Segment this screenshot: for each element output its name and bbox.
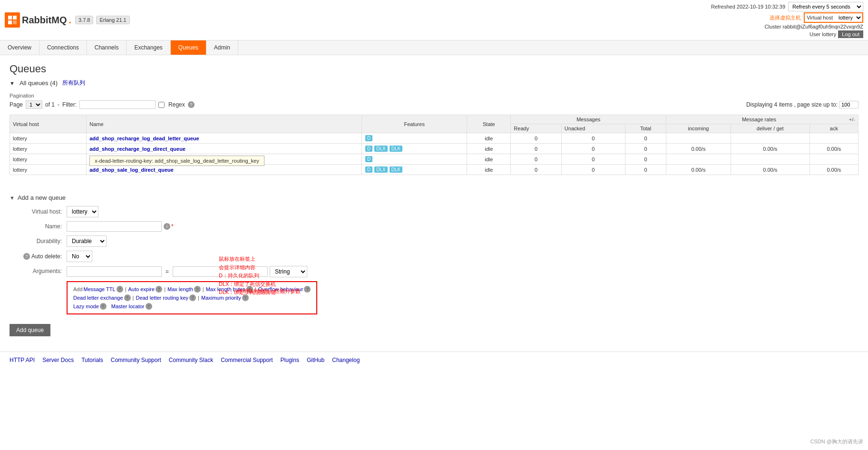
auto-expire-link[interactable]: Auto expire <box>128 286 155 292</box>
footer-changelog[interactable]: Changelog <box>332 357 360 363</box>
page-size-input[interactable] <box>839 101 858 108</box>
dlk-help[interactable]: ? <box>189 294 196 301</box>
message-ttl-link[interactable]: Message TTL <box>84 286 116 292</box>
footer-github[interactable]: GitHub <box>307 357 324 363</box>
add-queue-label: Add a new queue <box>18 194 66 201</box>
args-links-row3: Lazy mode ? Master locator ? <box>73 303 311 310</box>
queue-link[interactable]: add_shop_recharge_log_direct_queue <box>89 146 185 152</box>
logo: RabbitMQ . <box>5 12 71 28</box>
refresh-select[interactable]: Refresh every 5 seconds Refresh every 10… <box>788 2 863 11</box>
lazy-mode-link[interactable]: Lazy mode <box>73 303 99 309</box>
footer-tutorials[interactable]: Tutorials <box>81 357 103 363</box>
add-queue-button[interactable]: Add queue <box>10 324 50 336</box>
cell-unacked: 0 <box>561 133 625 144</box>
pagination-section: Pagination Page 1 of 1 - Filter: Regex ?… <box>10 93 858 109</box>
plus-minus-btn[interactable]: +/- <box>849 117 855 122</box>
dle-help[interactable]: ? <box>124 294 131 301</box>
cell-state: idle <box>467 165 511 175</box>
th-features: Features <box>362 115 467 133</box>
toggle-arrow[interactable]: ▼ <box>10 80 15 86</box>
cell-ready: 0 <box>511 154 561 165</box>
page-title: Queues <box>10 63 858 75</box>
dead-letter-routing-key-link[interactable]: Dead letter routing key <box>136 295 188 301</box>
table-row: lottery add_shop_recharge_log_dead_lette… <box>10 133 858 144</box>
footer-server-docs[interactable]: Server Docs <box>42 357 74 363</box>
page-select[interactable]: 1 <box>26 100 42 109</box>
annotation-line4: DLX：绑定了死信交换机 <box>219 280 276 289</box>
cell-ack <box>809 154 858 165</box>
cell-features: D <box>362 133 467 144</box>
overflow-help[interactable]: ? <box>304 286 311 293</box>
cell-state: idle <box>467 154 511 165</box>
args-name-input[interactable] <box>67 266 162 277</box>
badge-d: D <box>365 166 372 173</box>
of-label: of 1 <box>45 101 55 108</box>
cell-deliver: 0.00/s <box>731 144 809 154</box>
nav-admin[interactable]: Admin <box>206 40 238 55</box>
auto-delete-label-wrapper: ? Auto delete: <box>10 253 67 260</box>
filter-input[interactable] <box>79 100 156 109</box>
max-length-link[interactable]: Max length <box>167 286 193 292</box>
name-help[interactable]: i <box>164 223 170 230</box>
cell-name: add_shop_recharge_log_dead_letter_queue <box>87 133 362 144</box>
name-form-row: Name: i * <box>10 221 858 232</box>
add-queue-header[interactable]: ▼ Add a new queue <box>10 194 858 201</box>
logout-button[interactable]: Log out <box>838 30 863 38</box>
max-length-help[interactable]: ? <box>194 286 201 293</box>
nav-exchanges[interactable]: Exchanges <box>127 40 170 55</box>
nav-connections[interactable]: Connections <box>39 40 87 55</box>
cell-features: D DLX DLK <box>362 144 467 154</box>
footer-plugins[interactable]: Plugins <box>281 357 299 363</box>
nav-overview[interactable]: Overview <box>0 40 39 55</box>
name-input[interactable] <box>67 221 162 232</box>
vhost-select[interactable]: lottery / <box>835 13 862 22</box>
cell-name: add_shop_recharge_log_direct_queue <box>87 144 362 154</box>
cell-name: add_shop_sale_log_direct_queue x-dead-le… <box>87 165 362 175</box>
badge-d: D <box>365 156 372 162</box>
cell-vhost: lottery <box>10 154 87 165</box>
version-badges: 3.7.8 Erlang 21.1 <box>75 16 130 24</box>
args-input-row: = String Number Boolean <box>67 266 317 277</box>
lm-help[interactable]: ? <box>100 303 107 310</box>
footer-commercial-support[interactable]: Commercial Support <box>221 357 273 363</box>
cell-incoming: 0.00/s <box>666 165 731 175</box>
footer-http-api[interactable]: HTTP API <box>10 357 35 363</box>
queue-link[interactable]: add_shop_sale_log_direct_queue <box>89 167 174 173</box>
dash: - <box>58 101 59 108</box>
footer-community-slack[interactable]: Community Slack <box>169 357 213 363</box>
cell-features: D <box>362 154 467 165</box>
cell-ready: 0 <box>511 144 561 154</box>
annotation-line2: 会提示详细内容 <box>219 264 276 272</box>
cell-vhost: lottery <box>10 144 87 154</box>
auto-delete-form-row: ? Auto delete: No Yes <box>10 251 858 262</box>
footer-community-support[interactable]: Community Support <box>111 357 161 363</box>
th-state: State <box>467 115 511 133</box>
nav-queues[interactable]: Queues <box>171 40 206 55</box>
auto-expire-help[interactable]: ? <box>156 286 162 293</box>
regex-checkbox[interactable] <box>158 102 165 108</box>
args-equals: = <box>164 268 171 275</box>
dead-letter-exchange-link[interactable]: Dead letter exchange <box>73 295 123 301</box>
vhost-form-select[interactable]: lottery / <box>67 206 98 217</box>
svg-rect-2 <box>8 20 12 24</box>
durability-select[interactable]: Durable Transient <box>67 235 107 247</box>
auto-delete-q[interactable]: ? <box>23 253 30 260</box>
th-incoming: incoming <box>666 124 731 133</box>
page-text: Page <box>10 101 23 108</box>
ml-help[interactable]: ? <box>146 303 152 310</box>
erlang-badge: Erlang 21.1 <box>96 16 129 24</box>
auto-delete-select[interactable]: No Yes <box>67 251 92 262</box>
svg-rect-1 <box>13 16 17 20</box>
master-locator-link[interactable]: Master locator <box>111 303 145 309</box>
badge-d: D <box>365 146 372 152</box>
tooltip-box: x-dead-letter-routing-key: add_shop_sale… <box>89 156 264 166</box>
th-message-rates: Message rates +/- <box>666 115 858 124</box>
message-ttl-help[interactable]: ? <box>117 286 123 293</box>
queue-link[interactable]: add_shop_recharge_log_dead_letter_queue <box>89 136 199 141</box>
nav-channels[interactable]: Channels <box>87 40 127 55</box>
cell-state: idle <box>467 133 511 144</box>
regex-help[interactable]: ? <box>188 101 195 108</box>
badge-dlk: DLK <box>390 146 402 152</box>
display-label: Displaying 4 items , page size up to: <box>746 101 838 108</box>
cell-unacked: 0 <box>561 144 625 154</box>
